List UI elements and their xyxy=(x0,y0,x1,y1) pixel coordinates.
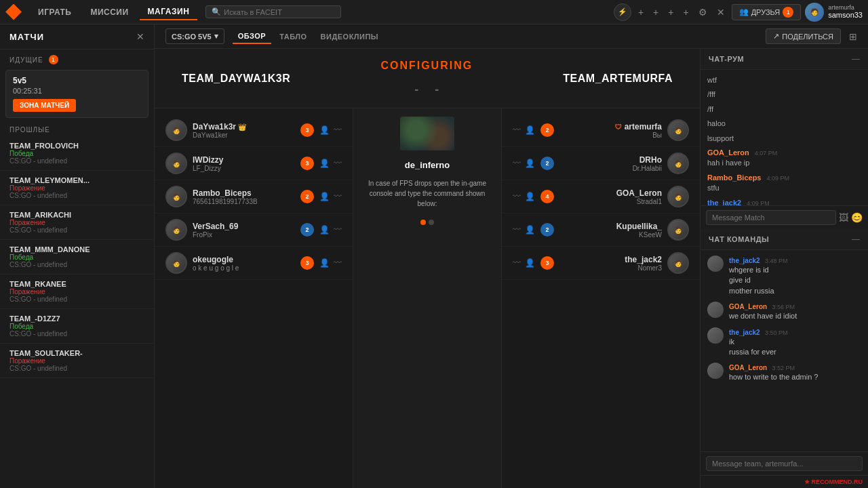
player-rating: 2 xyxy=(540,157,554,170)
configuring-status: CONFIGURING xyxy=(380,60,473,72)
player-friend-icon[interactable]: 👤 xyxy=(525,258,535,268)
chat-emoji-icon[interactable]: 😊 xyxy=(851,212,863,223)
nav-icons-group: ⚡ + + + + ⚙ ✕ 👥 ДРУЗЬЯ 1 🧑 artemurfa sam… xyxy=(614,3,863,22)
player-profile-icon[interactable]: 👤 xyxy=(319,159,330,168)
map-thumbnail xyxy=(400,117,454,150)
player-avatar: 🧑 xyxy=(667,219,689,241)
player-name: 🛡 artemurfa xyxy=(559,122,662,131)
tab-videoclips[interactable]: ВИДЕОКЛИПЫ xyxy=(315,30,384,43)
player-profile-icon[interactable]: 〰 xyxy=(513,192,521,201)
chat-room-message: the_jack24:09 PMcan someone please give xyxy=(707,198,861,205)
tab-overview[interactable]: ОБЗОР xyxy=(233,29,271,44)
past-match-item[interactable]: TEAM_FROLOVICH Победа CS:GO - undefined xyxy=(0,136,154,171)
past-match-result: Победа xyxy=(9,323,144,330)
friends-button[interactable]: 👥 ДРУЗЬЯ 1 xyxy=(732,4,802,20)
team-msg-avatar xyxy=(707,327,724,344)
player-friend-icon[interactable]: 〰 xyxy=(334,225,342,235)
past-match-item[interactable]: TEAM_SOULTAKER- Поражение CS:GO - undefi… xyxy=(0,344,154,378)
player-action-icons: 〰 👤 xyxy=(513,225,535,235)
plus-btn-2[interactable]: + xyxy=(650,5,661,19)
player-tag: Stradal1 xyxy=(559,198,662,205)
active-matches-badge: 1 xyxy=(49,55,58,64)
active-match-type: 5v5 xyxy=(13,76,141,85)
past-match-result: Поражение xyxy=(9,219,144,226)
sidebar-close-button[interactable]: ✕ xyxy=(136,31,144,42)
player-profile-icon[interactable]: 👤 xyxy=(319,192,330,201)
player-action-icons: 👤 〰 xyxy=(319,159,342,168)
store-button[interactable]: МАГАЗИН xyxy=(140,4,198,20)
player-profile-icon[interactable]: 👤 xyxy=(319,225,330,235)
tab-scoreboard[interactable]: ТАБЛО xyxy=(274,30,312,43)
plus-btn-4[interactable]: + xyxy=(680,5,691,19)
past-match-item[interactable]: TEAM_ARIKACHI Поражение CS:GO - undefine… xyxy=(0,205,154,240)
player-name: DRHo xyxy=(559,155,662,165)
past-team-name: TEAM_MMM_DANONE xyxy=(9,245,144,253)
past-match-item[interactable]: TEAM_KLEYMOMEN... Поражение CS:GO - unde… xyxy=(0,171,154,205)
player-avatar: 🧑 xyxy=(667,186,689,207)
nav-close-icon[interactable]: ✕ xyxy=(714,5,728,19)
player-rating: 3 xyxy=(300,256,314,270)
game-mode-dropdown[interactable]: CS:GO 5V5 ▾ xyxy=(165,28,224,44)
plus-btn-3[interactable]: + xyxy=(665,5,676,19)
match-navigation: CS:GO 5V5 ▾ ОБЗОР ТАБЛО ВИДЕОКЛИПЫ ↗ ПОД… xyxy=(155,24,868,49)
player-profile-icon[interactable]: 〰 xyxy=(513,225,521,235)
team-chat-input[interactable] xyxy=(706,456,863,471)
player-friend-icon[interactable]: 👤 xyxy=(525,159,535,168)
chat-image-icon[interactable]: 🖼 xyxy=(839,212,848,223)
player-action-icons: 👤 〰 xyxy=(319,258,342,268)
user-info: artemurfa samson33 xyxy=(828,4,863,20)
game-mode-label: CS:GO 5V5 xyxy=(172,33,212,41)
crown-icon: 👑 xyxy=(238,123,246,131)
player-tag: Nomer3 xyxy=(559,264,662,272)
player-avatar: 🧑 xyxy=(165,119,187,141)
team-msg-time: 3:50 PM xyxy=(765,329,788,336)
player-row-left: 🧑 DaYwa1k3r 👑 DaYwa1ker 3 👤 〰 xyxy=(155,114,353,147)
team-msg-text: give id xyxy=(729,275,861,285)
player-row-right: 🧑 Kupuellika_ KSeeW 2 〰 👤 xyxy=(502,214,700,247)
past-matches-label: ПРОШЛЫЕ xyxy=(0,121,154,136)
share-button[interactable]: ↗ ПОДЕЛИТЬСЯ xyxy=(766,28,841,44)
past-match-item[interactable]: TEAM_RKANEE Поражение CS:GO - undefined xyxy=(0,274,154,309)
player-friend-icon[interactable]: 〰 xyxy=(334,159,342,168)
content-area: CS:GO 5V5 ▾ ОБЗОР ТАБЛО ВИДЕОКЛИПЫ ↗ ПОД… xyxy=(155,24,868,488)
play-button[interactable]: ИГРАТЬ xyxy=(30,5,79,20)
layout-toggle-icon[interactable]: ⊞ xyxy=(849,31,857,42)
player-friend-icon[interactable]: 👤 xyxy=(525,125,535,135)
player-friend-icon[interactable]: 〰 xyxy=(334,258,342,268)
past-game-mode: CS:GO - undefined xyxy=(9,261,144,268)
player-info: Rambo_Biceps 7656119819917733B xyxy=(193,188,295,205)
plus-btn-1[interactable]: + xyxy=(635,5,646,19)
player-friend-icon[interactable]: 👤 xyxy=(525,192,535,201)
match-zone-button[interactable]: ЗОНА МАТЧЕЙ xyxy=(13,99,76,112)
search-input[interactable] xyxy=(224,8,335,16)
player-tag: KSeeW xyxy=(559,231,662,239)
chat-room-collapse-btn[interactable]: — xyxy=(852,54,860,64)
chat-sender: the_jack2 xyxy=(707,199,741,205)
player-row-left: 🧑 IWDizzy LF_Dizzy 3 👤 〰 xyxy=(155,147,353,180)
team-chat-collapse-btn[interactable]: — xyxy=(852,235,860,244)
chat-room-message: haloo xyxy=(707,119,861,129)
settings-icon[interactable]: ⚙ xyxy=(696,5,710,19)
chat-text: /ff xyxy=(707,105,713,113)
player-profile-icon[interactable]: 〰 xyxy=(513,159,521,168)
past-match-item[interactable]: TEAM_MMM_DANONE Победа CS:GO - undefined xyxy=(0,240,154,274)
past-match-item[interactable]: TEAM_-D1ZZ7 Победа CS:GO - undefined xyxy=(0,309,154,344)
player-tag: LF_Dizzy xyxy=(193,165,295,172)
player-action-icons: 👤 〰 xyxy=(319,192,342,201)
chat-room-input[interactable] xyxy=(706,210,836,225)
player-friend-icon[interactable]: 〰 xyxy=(334,192,342,201)
player-profile-icon[interactable]: 〰 xyxy=(513,258,521,268)
player-profile-icon[interactable]: 👤 xyxy=(319,125,330,135)
past-game-mode: CS:GO - undefined xyxy=(9,365,144,372)
top-navigation: ИГРАТЬ МИССИИ МАГАЗИН 🔍 ⚡ + + + + ⚙ ✕ 👥 … xyxy=(0,0,868,24)
team-msg-text: how to write to the admin ? xyxy=(729,372,861,382)
player-friend-icon[interactable]: 👤 xyxy=(525,225,535,235)
player-info: DRHo Dr.Halabii xyxy=(559,155,662,172)
missions-button[interactable]: МИССИИ xyxy=(82,5,136,20)
nav-icon-1[interactable]: ⚡ xyxy=(614,3,631,21)
player-friend-icon[interactable]: 〰 xyxy=(334,125,342,135)
active-match-card[interactable]: 5v5 00:25:31 ЗОНА МАТЧЕЙ xyxy=(5,70,149,118)
player-profile-icon[interactable]: 👤 xyxy=(319,258,330,268)
player-profile-icon[interactable]: 〰 xyxy=(513,125,521,135)
past-team-name: TEAM_KLEYMOMEN... xyxy=(9,176,144,184)
